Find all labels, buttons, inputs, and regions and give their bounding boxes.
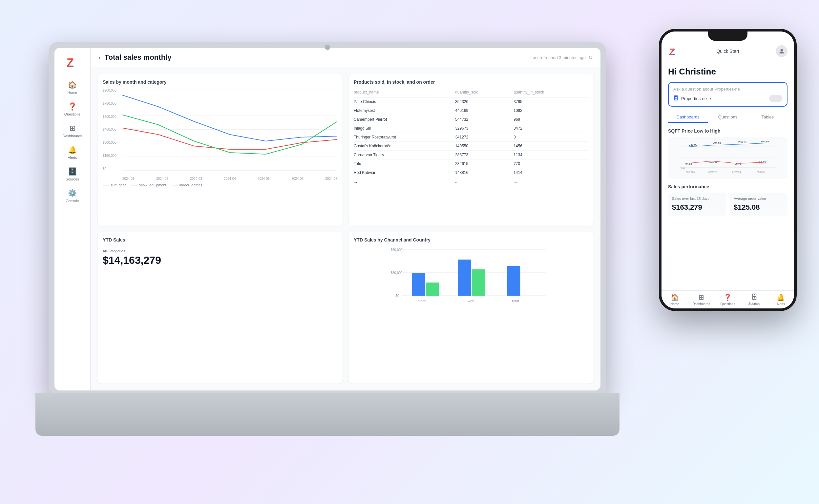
alerts-icon: 🔔 (777, 293, 785, 301)
nav-label: Home (670, 302, 679, 306)
tab-tables[interactable]: Tables (748, 112, 787, 123)
sidebar-item-sources[interactable]: 🗄️ Sources (58, 163, 87, 185)
sqft-dashboard-section: SQFT Price Low to High 289.09 294.65 296… (668, 128, 787, 179)
x-label: 2024-05 (258, 177, 270, 180)
x-axis: 2024-01 2024-02 2024-03 2024-04 2024-05 … (122, 177, 337, 180)
page-header: ‹ Total sales monthly Last refreshed 3 m… (91, 48, 600, 67)
nav-label: Alerts (777, 302, 785, 306)
table-row: Camembert Pierrot 544732 969 (354, 115, 588, 124)
avatar-icon (778, 48, 785, 54)
refresh-button[interactable]: ↻ (588, 54, 593, 61)
product-name: Camembert Pierrot (354, 115, 455, 124)
svg-text:289.09: 289.09 (689, 143, 697, 146)
line-chart-svg (122, 89, 337, 171)
quick-start-link[interactable]: Quick Start (716, 49, 739, 54)
svg-rect-17 (458, 260, 471, 296)
x-label: 2024-01 (122, 177, 135, 180)
laptop-screen: Z 🏠 Home (54, 48, 600, 390)
table-row: Röd Kabviar 148816 1414 (354, 168, 588, 177)
qty-sold: 288773 (455, 151, 514, 159)
z-logo-icon: Z (65, 54, 80, 70)
ytd-channel-card: YTD Sales by Channel and Country $60,000 (348, 232, 594, 384)
ytd-value: $14,163,279 (103, 254, 337, 266)
svg-text:retai...: retai... (512, 299, 522, 303)
phone-content: Z Quick Start (661, 31, 794, 308)
qty-stock: 1134 (514, 151, 588, 159)
qty-sold: 148816 (455, 168, 514, 177)
sales-performance-section: Sales performance Sales over last 28 day… (668, 184, 787, 216)
legend-indoor-games: indoor_games (172, 183, 202, 187)
svg-rect-19 (507, 266, 520, 296)
sidebar-item-home[interactable]: 🏠 Home (58, 77, 87, 98)
ytd-sales-title: YTD Sales (103, 237, 337, 242)
sidebar-item-dashboards[interactable]: ⊞ Dashboards (58, 120, 87, 142)
svg-text:96.76: 96.76 (735, 162, 742, 165)
main-content: ‹ Total sales monthly Last refreshed 3 m… (91, 48, 600, 390)
y-label: $450,000 (103, 128, 121, 131)
ai-source-left[interactable]: 🗄 Properties-ne ▾ (673, 95, 711, 101)
source-name: Properties-ne (681, 96, 707, 101)
svg-point-25 (781, 49, 783, 51)
table-row: Pâte Chinois 352320 3795 (354, 97, 588, 106)
qty-stock: 3795 (514, 97, 588, 106)
sidebar-item-label: Questions (64, 112, 81, 116)
ai-source-selector: 🗄 Properties-ne ▾ (673, 95, 782, 102)
home-icon: 🏠 (68, 81, 77, 89)
ai-input-box[interactable]: Ask a question about Properties-ne 🗄 Pro… (668, 82, 787, 107)
svg-rect-15 (412, 273, 425, 296)
tab-questions[interactable]: Questions (708, 112, 747, 123)
products-table-card: Products sold, in stock, and on order pr… (348, 74, 594, 226)
svg-text:05/2023: 05/2023 (686, 171, 695, 174)
svg-text:294.65: 294.65 (713, 141, 721, 144)
phone-logo-icon: Z (668, 45, 680, 57)
svg-text:01/2024: 01/2024 (732, 171, 741, 174)
questions-icon: ❓ (68, 102, 77, 111)
back-button[interactable]: ‹ (98, 54, 101, 61)
ytd-sales-card: YTD Sales All Categories $14,163,279 (97, 232, 343, 384)
sources-icon: 🗄 (751, 293, 758, 301)
sidebar-item-console[interactable]: ⚙️ Console (58, 185, 87, 207)
product-name: ... (354, 177, 455, 186)
svg-text:296.13: 296.13 (738, 141, 746, 144)
product-name: Pâte Chinois (354, 97, 455, 106)
product-name: Gustaf's Knäckerbröd (354, 142, 455, 151)
sales-perf-title: Sales performance (668, 184, 787, 189)
y-label: $900,000 (103, 89, 121, 92)
qty-sold: 446169 (455, 106, 514, 115)
phone-body: Hi Christine Ask a question about Proper… (661, 61, 794, 290)
ai-toggle[interactable] (769, 95, 782, 102)
metric-label: Average order value (734, 197, 784, 200)
legend-snow-equipment: snow_equipment (131, 183, 166, 187)
phone-nav-home[interactable]: 🏠 Home (661, 293, 688, 306)
sidebar-item-label: Home (68, 91, 77, 95)
phone-nav-dashboards[interactable]: ⊞ Dashboards (688, 293, 715, 306)
metric-value: $163,279 (672, 203, 722, 212)
y-label: $300,000 (103, 141, 121, 144)
sidebar-item-questions[interactable]: ❓ Questions (58, 98, 87, 120)
phone-greeting: Hi Christine (668, 67, 787, 77)
qty-stock: 3472 (514, 124, 588, 133)
sidebar-logo: Z (65, 54, 80, 72)
user-avatar[interactable] (776, 45, 787, 57)
ai-input-placeholder: Ask a question about Properties-ne (673, 87, 782, 92)
phone-header: Z Quick Start (661, 41, 794, 61)
refresh-area: Last refreshed 3 minutes ago ↻ (531, 54, 593, 61)
sales-chart-title: Sales by month and category (103, 79, 337, 85)
phone-nav-sources[interactable]: 🗄 Sources (741, 293, 767, 306)
sqft-title: SQFT Price Low to High (668, 128, 787, 134)
table-row: Gustaf's Knäckerbröd 149550 1456 (354, 142, 588, 151)
phone-nav-questions[interactable]: ❓ Questions (715, 293, 741, 306)
nav-label: Dashboards (692, 302, 710, 306)
svg-text:web: web (467, 299, 474, 303)
legend-surf-gear: surf_gear (103, 183, 126, 187)
phone-nav-alerts[interactable]: 🔔 Alerts (767, 293, 794, 306)
qty-sold: 341272 (455, 133, 514, 142)
svg-text:$0: $0 (396, 294, 400, 298)
sidebar-item-alerts[interactable]: 🔔 Alerts (58, 142, 87, 163)
qty-stock: 0 (514, 133, 588, 142)
tab-dashboards[interactable]: Dashboards (668, 112, 708, 123)
qty-sold: 232615 (455, 159, 514, 168)
svg-text:$30,000: $30,000 (391, 271, 403, 275)
col-quantity-sold: quantity_sold (455, 89, 514, 97)
x-label: 2024-04 (224, 177, 236, 180)
